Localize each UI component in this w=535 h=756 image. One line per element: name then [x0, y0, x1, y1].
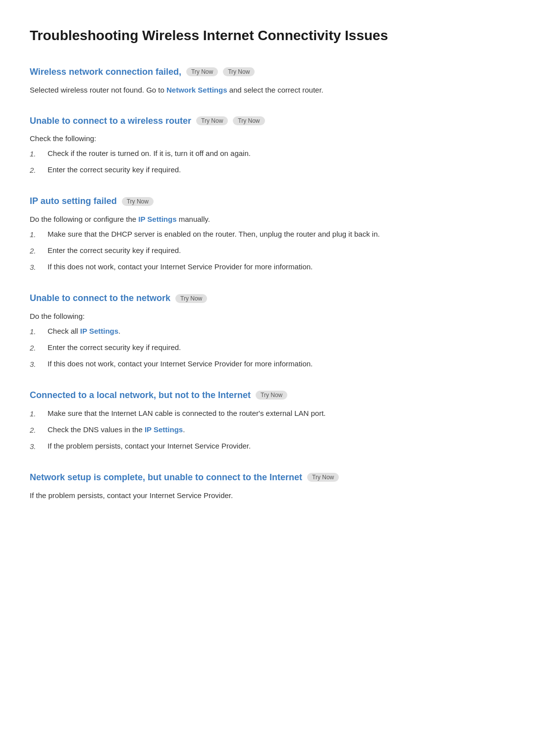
list-item: 2. Check the DNS values in the IP Settin…	[30, 424, 505, 436]
list-item: 2. Enter the correct security key if req…	[30, 342, 505, 354]
list-num: 3.	[30, 261, 42, 273]
list-ip-auto: 1. Make sure that the DHCP server is ena…	[30, 228, 505, 273]
section-body-unable-router: Check the following:	[30, 133, 505, 145]
list-item-text: Enter the correct security key if requir…	[48, 245, 181, 256]
ip-settings-link-1[interactable]: IP Settings	[138, 215, 176, 223]
list-item-text: Enter the correct security key if requir…	[48, 342, 181, 353]
heading-text-setup-complete: Network setup is complete, but unable to…	[30, 470, 302, 485]
body-text-before-link-1: Selected wireless router not found. Go t…	[30, 86, 166, 94]
section-connected-local: Connected to a local network, but not to…	[30, 388, 505, 453]
try-now-button-4a[interactable]: Try Now	[175, 294, 207, 303]
heading-text-unable-router: Unable to connect to a wireless router	[30, 114, 191, 128]
list-item: 3. If the problem persists, contact your…	[30, 440, 505, 453]
list-item-after: .	[118, 327, 120, 335]
list-num: 2.	[30, 424, 42, 436]
body-text-after-link-3: manually.	[177, 215, 210, 223]
heading-text-connected-local: Connected to a local network, but not to…	[30, 388, 251, 403]
list-item: 3. If this does not work, contact your I…	[30, 358, 505, 370]
list-num: 1.	[30, 407, 42, 420]
section-heading-ip-auto: IP auto setting failed Try Now	[30, 194, 505, 208]
page-title: Troubleshooting Wireless Internet Connec…	[30, 20, 505, 47]
section-heading-wireless-failed: Wireless network connection failed, Try …	[30, 65, 505, 79]
list-item-text: Check all IP Settings.	[48, 325, 120, 337]
section-heading-unable-network: Unable to connect to the network Try Now	[30, 291, 505, 305]
list-connected-local: 1. Make sure that the Internet LAN cable…	[30, 407, 505, 453]
list-num: 1.	[30, 325, 42, 338]
try-now-button-2b[interactable]: Try Now	[233, 116, 265, 125]
list-num: 3.	[30, 358, 42, 370]
section-body-setup-complete: If the problem persists, contact your In…	[30, 490, 505, 502]
ip-settings-link-3[interactable]: IP Settings	[145, 425, 183, 434]
try-now-button-6a[interactable]: Try Now	[307, 473, 339, 482]
list-item-before: Check the DNS values in the	[48, 425, 145, 434]
section-setup-complete: Network setup is complete, but unable to…	[30, 470, 505, 502]
list-item-text: Enter the correct security key if requir…	[48, 164, 181, 176]
body-text-before-link-3: Do the following or configure the	[30, 215, 138, 223]
section-heading-setup-complete: Network setup is complete, but unable to…	[30, 470, 505, 485]
list-item-after: .	[183, 425, 185, 434]
list-item-text: Check the DNS values in the IP Settings.	[48, 424, 185, 436]
list-item-text: Make sure that the Internet LAN cable is…	[48, 407, 326, 419]
section-ip-auto-failed: IP auto setting failed Try Now Do the fo…	[30, 194, 505, 273]
list-item-text: If the problem persists, contact your In…	[48, 440, 251, 452]
try-now-button-5a[interactable]: Try Now	[256, 391, 287, 400]
list-unable-router: 1. Check if the router is turned on. If …	[30, 148, 505, 176]
list-item-text: If this does not work, contact your Inte…	[48, 358, 313, 370]
section-body-unable-network: Do the following:	[30, 310, 505, 322]
list-num: 3.	[30, 440, 42, 453]
list-item: 1. Check if the router is turned on. If …	[30, 148, 505, 160]
try-now-button-1a[interactable]: Try Now	[186, 67, 218, 76]
try-now-button-3a[interactable]: Try Now	[122, 197, 154, 206]
section-wireless-failed: Wireless network connection failed, Try …	[30, 65, 505, 96]
body-text-after-link-1: and select the correct router.	[227, 86, 323, 94]
list-item: 1. Make sure that the Internet LAN cable…	[30, 407, 505, 420]
list-item: 2. Enter the correct security key if req…	[30, 164, 505, 176]
section-heading-unable-router: Unable to connect to a wireless router T…	[30, 114, 505, 128]
section-unable-connect-router: Unable to connect to a wireless router T…	[30, 114, 505, 177]
section-unable-connect-network: Unable to connect to the network Try Now…	[30, 291, 505, 370]
list-num: 2.	[30, 342, 42, 354]
list-item-before: Check all	[48, 327, 80, 335]
section-body-wireless-failed: Selected wireless router not found. Go t…	[30, 84, 505, 96]
try-now-button-2a[interactable]: Try Now	[196, 116, 228, 125]
section-heading-connected-local: Connected to a local network, but not to…	[30, 388, 505, 403]
section-body-ip-auto: Do the following or configure the IP Set…	[30, 213, 505, 225]
list-item-text: Check if the router is turned on. If it …	[48, 148, 251, 159]
list-item-text: Make sure that the DHCP server is enable…	[48, 228, 380, 240]
list-item: 3. If this does not work, contact your I…	[30, 261, 505, 273]
heading-text-unable-network: Unable to connect to the network	[30, 291, 170, 305]
heading-text-ip-auto: IP auto setting failed	[30, 194, 117, 208]
list-item-text: If this does not work, contact your Inte…	[48, 261, 313, 273]
list-item: 2. Enter the correct security key if req…	[30, 245, 505, 257]
network-settings-link[interactable]: Network Settings	[166, 86, 227, 94]
ip-settings-link-2[interactable]: IP Settings	[80, 327, 118, 335]
list-item: 1. Check all IP Settings.	[30, 325, 505, 338]
list-num: 1.	[30, 148, 42, 160]
list-num: 2.	[30, 245, 42, 257]
list-item: 1. Make sure that the DHCP server is ena…	[30, 228, 505, 241]
list-num: 2.	[30, 164, 42, 176]
try-now-button-1b[interactable]: Try Now	[223, 67, 255, 76]
list-unable-network: 1. Check all IP Settings. 2. Enter the c…	[30, 325, 505, 370]
heading-text-wireless-failed: Wireless network connection failed,	[30, 65, 181, 79]
list-num: 1.	[30, 228, 42, 241]
